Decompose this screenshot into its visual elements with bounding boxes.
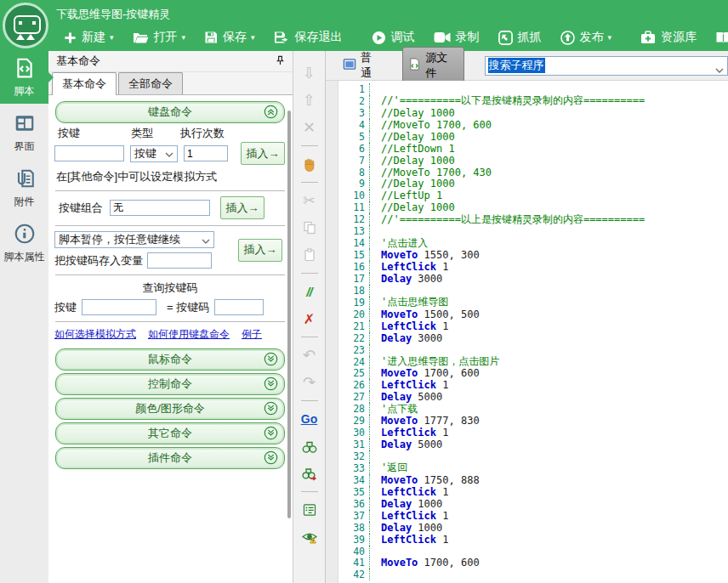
- code-line[interactable]: 6//LeftDown 1: [338, 143, 728, 155]
- code-line[interactable]: 40: [338, 546, 728, 558]
- script-form-icon[interactable]: [297, 501, 322, 519]
- delete-icon[interactable]: ✕: [297, 118, 322, 137]
- section-鼠标命令[interactable]: 鼠标命令: [55, 348, 285, 371]
- hand-icon[interactable]: [297, 155, 322, 173]
- code-line[interactable]: 3//Delay 1000: [338, 107, 728, 119]
- code-line[interactable]: 19'点击思维导图: [338, 297, 728, 308]
- code-line[interactable]: 20MoveTo 1500, 500: [338, 308, 728, 320]
- code-line[interactable]: 26LeftClick 1: [338, 379, 728, 391]
- insert-combo-button[interactable]: 插入→: [220, 196, 264, 219]
- code-line[interactable]: 4//MoveTo 1700, 600: [338, 119, 728, 131]
- sidebar-item-properties[interactable]: 脚本属性: [0, 217, 48, 269]
- code-line[interactable]: 31Delay 5000: [338, 439, 728, 450]
- record-button[interactable]: 录制: [424, 28, 489, 47]
- move-down-icon[interactable]: ⇩: [297, 64, 322, 82]
- code-line[interactable]: 42: [338, 569, 728, 580]
- key-input[interactable]: [54, 145, 124, 161]
- query-keycode-input[interactable]: [214, 299, 264, 315]
- code-line[interactable]: 39LeftClick 1: [338, 534, 728, 546]
- code-line[interactable]: 8//MoveTo 1700, 430: [338, 167, 728, 178]
- paste-icon[interactable]: [297, 246, 322, 264]
- code-line[interactable]: 33'返回: [338, 462, 728, 474]
- code-editor[interactable]: 12//'==========以下是按键精灵录制的内容==========3//…: [326, 81, 728, 583]
- code-line[interactable]: 7//Delay 1000: [338, 155, 728, 167]
- collapse-down-icon[interactable]: [264, 376, 278, 391]
- collapse-down-icon[interactable]: [264, 450, 278, 465]
- panel-tab-active[interactable]: 基本命令: [52, 72, 117, 95]
- learning-button[interactable]: 学习中心: [706, 28, 728, 47]
- code-line[interactable]: 21LeftClick 1: [338, 320, 728, 332]
- sidebar-item-attachment[interactable]: 附件: [0, 161, 48, 214]
- code-line[interactable]: 41MoveTo 1700, 600: [338, 558, 728, 569]
- code-line[interactable]: 12//'==========以上是按键精灵录制的内容==========: [338, 213, 728, 225]
- new-button[interactable]: 新建▾: [54, 28, 123, 47]
- collapse-up-icon[interactable]: [264, 105, 278, 119]
- type-select[interactable]: 按键: [130, 145, 178, 162]
- syntax-check-icon[interactable]: [297, 528, 322, 546]
- editor-margin: [326, 81, 338, 583]
- publish-button[interactable]: 发布▾: [551, 28, 622, 47]
- help-link[interactable]: 如何使用键盘命令: [148, 327, 230, 342]
- code-line[interactable]: 9//Delay 1000: [338, 178, 728, 190]
- code-line[interactable]: 2//'==========以下是按键精灵录制的内容==========: [338, 95, 728, 107]
- section-颜色/图形命令[interactable]: 颜色/图形命令: [55, 398, 285, 420]
- cut-icon[interactable]: ✂: [297, 191, 322, 210]
- open-button[interactable]: 打开▾: [123, 28, 196, 47]
- pause-select[interactable]: 脚本暂停，按任意键继续: [54, 231, 214, 248]
- goto-icon[interactable]: Go: [297, 410, 322, 428]
- redo-icon[interactable]: ↷: [297, 373, 322, 392]
- section-插件命令[interactable]: 插件命令: [55, 447, 285, 469]
- code-line[interactable]: 16LeftClick 1: [338, 261, 728, 273]
- code-line[interactable]: 36Delay 1000: [338, 498, 728, 510]
- code-line[interactable]: 30LeftClick 1: [338, 427, 728, 439]
- code-line[interactable]: 24'进入思维导图，点击图片: [338, 356, 728, 368]
- section-控制命令[interactable]: 控制命令: [55, 373, 285, 395]
- help-link[interactable]: 例子: [242, 327, 262, 342]
- view-normal-button[interactable]: 普通: [338, 48, 387, 83]
- code-line[interactable]: 5//Delay 1000: [338, 131, 728, 143]
- insert-key-button[interactable]: 插入→: [241, 142, 285, 165]
- copy-icon[interactable]: [297, 218, 322, 237]
- undo-icon[interactable]: ↶: [297, 346, 322, 365]
- code-line[interactable]: 34MoveTo 1750, 888: [338, 474, 728, 486]
- comment-icon[interactable]: //: [297, 282, 322, 301]
- view-source-button[interactable]: 源文件: [402, 47, 464, 84]
- code-line[interactable]: 17Delay 3000: [338, 273, 728, 285]
- sidebar-item-interface[interactable]: 界面: [0, 106, 48, 159]
- code-line[interactable]: 29MoveTo 1777, 830: [338, 415, 728, 427]
- uncomment-icon[interactable]: ✗: [297, 309, 322, 328]
- count-input[interactable]: [184, 145, 228, 161]
- code-line[interactable]: 22Delay 3000: [338, 332, 728, 344]
- section-keyboard-commands[interactable]: 键盘命令: [55, 101, 285, 123]
- code-line[interactable]: 15MoveTo 1550, 300: [338, 249, 728, 261]
- collapse-down-icon[interactable]: [264, 352, 278, 366]
- panel-tab-inactive[interactable]: 全部命令: [118, 72, 183, 94]
- capture-button[interactable]: 抓抓: [489, 28, 551, 47]
- code-line[interactable]: 25MoveTo 1700, 600: [338, 368, 728, 380]
- query-key-input[interactable]: [82, 299, 156, 315]
- pin-icon[interactable]: [276, 55, 285, 68]
- debug-button[interactable]: 调试: [362, 28, 424, 47]
- find-icon[interactable]: [297, 437, 322, 456]
- code-line[interactable]: 10//LeftUp 1: [338, 190, 728, 201]
- store-variable-input[interactable]: [147, 252, 212, 269]
- section-其它命令[interactable]: 其它命令: [55, 422, 285, 444]
- code-line[interactable]: 38Delay 1000: [338, 522, 728, 534]
- code-line[interactable]: 14'点击进入: [338, 237, 728, 249]
- combo-input[interactable]: [110, 200, 210, 216]
- move-up-icon[interactable]: ⇧: [297, 91, 322, 110]
- subroutine-combobox[interactable]: 搜索子程序: [485, 56, 728, 76]
- save-button[interactable]: 保存▾: [195, 28, 264, 47]
- collapse-down-icon[interactable]: [264, 426, 278, 440]
- code-line[interactable]: 28'点下载: [338, 403, 728, 415]
- resources-button[interactable]: 资源库: [631, 28, 706, 47]
- insert-pause-button[interactable]: 插入→: [238, 239, 282, 262]
- panel-scrollbar[interactable]: [287, 110, 291, 518]
- help-link[interactable]: 如何选择模拟方式: [54, 327, 136, 342]
- save-exit-button[interactable]: 保存退出: [264, 28, 352, 47]
- code-line[interactable]: 37LeftClick 1: [338, 510, 728, 522]
- code-line[interactable]: 35LeftClick 1: [338, 486, 728, 498]
- collapse-down-icon[interactable]: [264, 401, 278, 416]
- find-next-icon[interactable]: [297, 464, 322, 483]
- sidebar-item-script[interactable]: 脚本: [0, 51, 48, 104]
